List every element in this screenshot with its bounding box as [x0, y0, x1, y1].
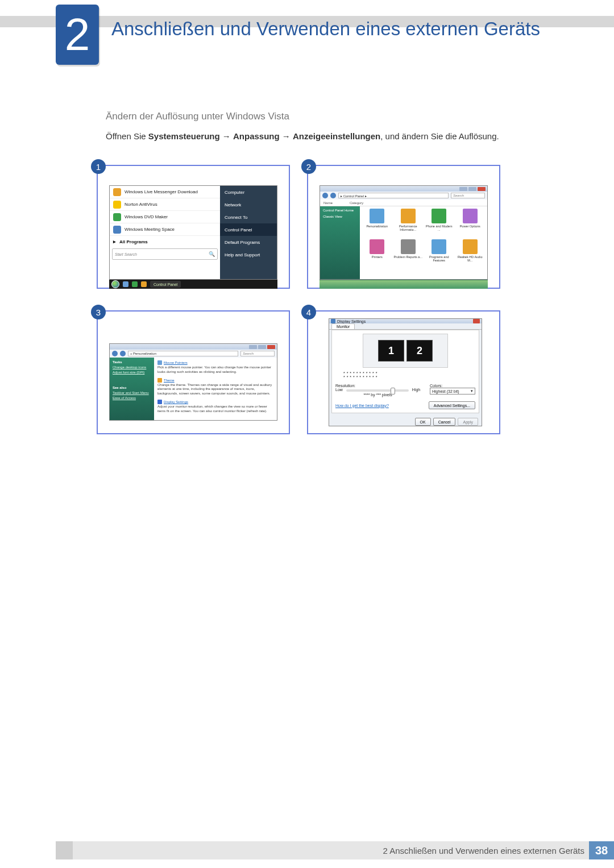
monitor-preview[interactable]: 1 2 — [363, 334, 448, 368]
sidebar-link[interactable]: Change desktop icons — [113, 366, 151, 369]
sidebar-link[interactable]: Ease of Access — [113, 396, 151, 400]
cp-label: Realtek HD Audio M... — [455, 255, 486, 262]
colors-value: Highest (32 bit) — [432, 389, 459, 393]
minimize-button[interactable] — [459, 187, 467, 191]
sidebar-link[interactable]: Control Panel Home — [323, 209, 357, 212]
cp-item[interactable]: Realtek HD Audio M... — [455, 239, 486, 269]
personalization-window: « Personalization Search Tasks Change de… — [109, 343, 277, 421]
places-item[interactable]: Default Programs — [220, 236, 277, 248]
start-orb-icon[interactable] — [111, 280, 119, 288]
link-label: Theme — [164, 379, 175, 382]
search-input[interactable]: Search — [240, 351, 275, 356]
tab-monitor[interactable]: Monitor — [331, 323, 355, 329]
sidebar-link[interactable]: Classic View — [323, 215, 357, 218]
app-icon — [113, 226, 121, 234]
col-name[interactable]: Name — [323, 201, 333, 205]
maximize-button[interactable] — [258, 345, 266, 349]
start-menu-item[interactable]: Windows Meeting Space — [110, 223, 220, 236]
phone-icon — [432, 209, 446, 223]
cp-item[interactable]: Problem Reports a... — [393, 239, 424, 269]
sidebar-link[interactable]: Taskbar and Start Menu — [113, 391, 151, 394]
all-programs[interactable]: All Programs — [110, 236, 220, 247]
apply-button[interactable]: Apply — [458, 418, 478, 426]
address-bar: « Personalization Search — [110, 350, 277, 358]
monitor-1[interactable]: 1 — [378, 340, 404, 362]
display-settings-link[interactable]: Display Settings — [157, 400, 273, 404]
advanced-settings-button[interactable]: Advanced Settings... — [429, 401, 475, 409]
colors-label: Colors: — [430, 384, 475, 388]
instr-pre: Öffnen Sie — [106, 131, 148, 141]
places-item[interactable]: Computer — [220, 186, 277, 198]
col-category[interactable]: Category — [350, 201, 363, 205]
cancel-button[interactable]: Cancel — [433, 418, 456, 426]
address-bar: ▸ Control Panel ▸ Search — [320, 192, 487, 200]
link-label: Display Settings — [164, 400, 188, 404]
cp-item[interactable]: Phone and Modem ... — [424, 209, 454, 238]
control-panel-window: ▸ Control Panel ▸ Search Name Category C… — [320, 185, 488, 280]
figure-1: 1 Windows Live Messenger Download Norton… — [97, 165, 290, 289]
arrow-2: → — [280, 131, 293, 141]
tab-row: Monitor — [329, 323, 482, 330]
figure-number-2: 2 — [301, 159, 316, 174]
resolution-group: Resolution: Low High **** by *** pixels — [335, 384, 420, 397]
start-menu-item[interactable]: Windows DVD Maker — [110, 211, 220, 223]
places-item[interactable]: Connect To — [220, 211, 277, 223]
ok-button[interactable]: OK — [415, 418, 431, 426]
cp-item[interactable]: Power Options — [455, 209, 486, 238]
sidebar-link[interactable]: Adjust font size (DPI) — [113, 371, 151, 374]
cp-item[interactable]: Printers — [362, 239, 392, 269]
back-button-icon[interactable] — [112, 351, 118, 356]
forward-button-icon[interactable] — [330, 193, 336, 198]
close-button[interactable] — [478, 187, 486, 191]
close-button[interactable] — [473, 319, 480, 323]
app-icon — [113, 201, 121, 209]
start-menu-places: Computer Network Connect To Control Pane… — [220, 186, 277, 279]
app-label: Norton AntiVirus — [125, 202, 157, 207]
theme-link[interactable]: Theme — [157, 378, 273, 383]
back-button-icon[interactable] — [322, 193, 328, 198]
close-button[interactable] — [267, 345, 275, 349]
cp-label: Programs and Features — [424, 255, 454, 262]
start-menu-item[interactable]: Windows Live Messenger Download — [110, 186, 220, 198]
instr-post: , und ändern Sie die Auflösung. — [380, 131, 499, 141]
quicklaunch-icon[interactable] — [123, 281, 128, 287]
maximize-button[interactable] — [468, 187, 476, 191]
body-text: Ändern der Auflösung unter Windows Vista… — [106, 111, 569, 143]
places-item[interactable]: Network — [220, 198, 277, 211]
quicklaunch-icon[interactable] — [141, 281, 147, 287]
column-headers: Name Category — [320, 200, 487, 206]
cp-item-personalization[interactable]: Personalization — [362, 209, 392, 238]
app-icon — [113, 188, 121, 196]
minimize-button[interactable] — [249, 345, 257, 349]
display-settings-desc: Adjust your monitor resolution, which ch… — [157, 405, 273, 414]
places-item[interactable]: Help and Support — [220, 248, 277, 261]
cp-item[interactable]: Performance Informatio... — [393, 209, 424, 238]
start-menu-item[interactable]: Norton AntiVirus — [110, 198, 220, 211]
taskbar-app-button[interactable]: Control Panel — [150, 281, 181, 288]
places-item-control-panel[interactable]: Control Panel — [220, 223, 277, 236]
breadcrumb[interactable]: « Personalization — [128, 351, 238, 356]
dialog-footer: OK Cancel Apply — [329, 416, 482, 428]
page-number: 38 — [589, 841, 614, 859]
arrow-1: → — [220, 131, 233, 141]
figure-grid: 1 Windows Live Messenger Download Norton… — [97, 165, 506, 456]
programs-icon — [432, 239, 446, 254]
resolution-slider[interactable] — [346, 389, 409, 392]
breadcrumb[interactable]: ▸ Control Panel ▸ — [338, 193, 449, 198]
monitor-2[interactable]: 2 — [406, 340, 433, 362]
cp-label: Personalization — [366, 225, 388, 228]
control-panel-icons: Personalization Performance Informatio..… — [360, 206, 487, 279]
personalization-icon — [370, 209, 384, 223]
caption-line-1: * * * * * * * * * * * — [343, 371, 475, 375]
mouse-pointers-link[interactable]: Mouse Pointers — [157, 360, 273, 365]
start-search-input[interactable]: Start Search — [112, 248, 218, 260]
help-link[interactable]: How do I get the best display? — [335, 404, 389, 408]
forward-button-icon[interactable] — [120, 351, 126, 356]
dialog-title: Display Settings — [337, 319, 366, 323]
quicklaunch-icon[interactable] — [132, 281, 138, 287]
colors-select[interactable]: Highest (32 bit)▾ — [430, 388, 475, 394]
search-input[interactable]: Search — [451, 193, 485, 198]
colors-group: Colors: Highest (32 bit)▾ — [430, 384, 475, 397]
cp-item[interactable]: Programs and Features — [424, 239, 454, 269]
cp-label: Phone and Modem ... — [424, 225, 454, 231]
